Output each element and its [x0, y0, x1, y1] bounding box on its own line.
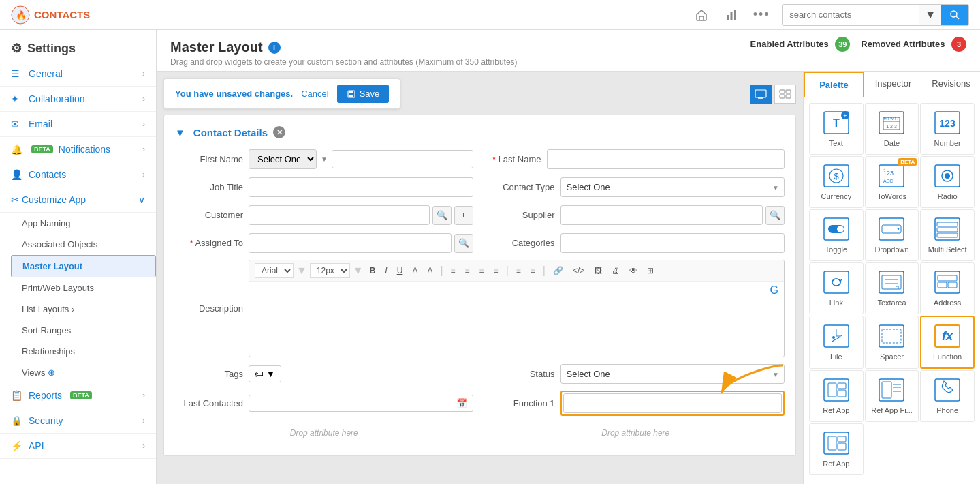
tab-revisions[interactable]: Revisions	[922, 72, 980, 97]
customer-search-btn[interactable]: 🔍	[432, 206, 452, 225]
contact-type-select[interactable]: Select One	[560, 177, 785, 197]
tab-palette[interactable]: Palette	[804, 72, 864, 97]
refapp2-icon	[823, 431, 850, 455]
svg-rect-45	[937, 228, 958, 232]
chart-icon[interactable]	[719, 3, 744, 27]
sidebar-item-notifications[interactable]: 🔔 BETA Notifications ›	[0, 137, 156, 162]
tags-dropdown-arrow[interactable]: ▼	[266, 369, 275, 379]
supplier-input[interactable]	[560, 205, 763, 225]
palette-item-address[interactable]: Address	[920, 262, 975, 314]
palette-item-dropdown[interactable]: Dropdown	[865, 209, 919, 261]
customer-add-btn[interactable]: +	[454, 206, 473, 225]
palette-item-toggle[interactable]: Toggle	[809, 209, 864, 261]
section-close-btn[interactable]: ✕	[273, 126, 285, 138]
image-btn[interactable]: 🖼	[590, 264, 605, 277]
supplier-search-btn[interactable]: 🔍	[765, 206, 785, 225]
palette-item-text[interactable]: T+ Text	[809, 103, 864, 155]
palette-item-refapp[interactable]: Ref App	[809, 370, 864, 422]
cancel-button[interactable]: Cancel	[301, 89, 328, 99]
palette-item-date[interactable]: 1 2 3M T W T F Date	[865, 103, 919, 155]
sidebar-sub-views[interactable]: Views ⊕	[11, 362, 156, 383]
assigned-to-input[interactable]	[249, 233, 452, 253]
app-logo[interactable]: 🔥 CONTACTS	[11, 5, 90, 25]
categories-input[interactable]	[560, 233, 785, 253]
code-btn[interactable]: </>	[569, 264, 588, 277]
grid-view-btn[interactable]	[774, 85, 796, 104]
sidebar-item-email[interactable]: ✉ Email ›	[0, 112, 156, 137]
sidebar-item-security[interactable]: 🔒 Security ›	[0, 408, 156, 434]
calendar-icon[interactable]: 📅	[456, 398, 467, 408]
font-size-select[interactable]: 12px	[310, 263, 350, 278]
italic-btn[interactable]: I	[381, 264, 390, 277]
tags-field[interactable]: 🏷 ▼	[249, 365, 281, 382]
customer-input[interactable]	[249, 205, 430, 225]
font-family-select[interactable]: Arial	[255, 263, 294, 278]
sidebar-item-collaboration[interactable]: ✦ Collaboration ›	[0, 87, 156, 112]
table-btn[interactable]: ⊞	[644, 264, 657, 277]
sidebar-sub-print-web[interactable]: Print/Web Layouts	[11, 277, 156, 299]
link-insert-btn[interactable]: 🔗	[550, 264, 567, 277]
svg-rect-12	[780, 90, 785, 93]
sidebar-sub-master-layout[interactable]: Master Layout	[11, 255, 156, 277]
palette-item-currency[interactable]: $ Currency	[809, 156, 864, 208]
sidebar-sub-sort-ranges[interactable]: Sort Ranges	[11, 320, 156, 341]
more-icon[interactable]: •••	[749, 3, 774, 27]
align-center-btn[interactable]: ≡	[462, 264, 473, 277]
bold-btn[interactable]: B	[366, 264, 379, 277]
svg-text:+: +	[843, 112, 847, 119]
palette-item-radio[interactable]: Radio	[920, 156, 975, 208]
last-name-input[interactable]	[547, 149, 785, 169]
palette-item-textarea[interactable]: Textarea	[865, 262, 919, 314]
last-contacted-input[interactable]	[255, 398, 454, 408]
sidebar-item-contacts[interactable]: 👤 Contacts ›	[0, 162, 156, 187]
print-btn[interactable]: 🖨	[608, 264, 623, 277]
palette-item-multiselect[interactable]: Multi Select	[920, 209, 975, 261]
section-collapse-btn[interactable]: ▼	[175, 127, 185, 138]
ordered-list-btn[interactable]: ≡	[527, 264, 539, 277]
assigned-to-search-btn[interactable]: 🔍	[454, 234, 473, 253]
sidebar-item-customize[interactable]: ✂ Customize App ∨	[0, 187, 156, 213]
home-icon[interactable]	[689, 3, 714, 27]
search-submit-btn[interactable]	[941, 5, 968, 25]
palette-item-phone[interactable]: Phone	[920, 370, 975, 422]
search-dropdown-btn[interactable]: ▼	[919, 5, 941, 25]
sidebar-item-general[interactable]: ☰ General ›	[0, 61, 156, 87]
save-button[interactable]: Save	[337, 85, 390, 103]
underline-btn[interactable]: U	[394, 264, 407, 277]
palette-item-towords[interactable]: BETA 123→ABC ToWords	[865, 156, 919, 208]
palette-item-refapp2[interactable]: Ref App	[809, 423, 864, 475]
first-name-prefix-select[interactable]: Select One	[249, 149, 317, 169]
description-textarea[interactable]	[249, 299, 784, 354]
sidebar-item-api[interactable]: ⚡ API ›	[0, 434, 156, 459]
align-left-btn[interactable]: ≡	[447, 264, 459, 277]
view-btn-desc[interactable]: 👁	[626, 264, 641, 277]
prefix-dropdown-arrow[interactable]: ▼	[321, 155, 328, 163]
list-btn[interactable]: ≡	[513, 264, 524, 277]
palette-item-link[interactable]: Link	[809, 262, 864, 314]
sidebar-sub-list-layouts[interactable]: List Layouts ›	[11, 299, 156, 320]
first-name-input[interactable]	[332, 150, 473, 168]
search-input[interactable]	[783, 5, 919, 24]
grammarly-btn[interactable]: G	[770, 284, 778, 297]
align-right-btn[interactable]: ≡	[476, 264, 488, 277]
info-icon[interactable]: i	[268, 42, 281, 54]
font-color-btn[interactable]: A	[409, 264, 421, 277]
align-justify-btn[interactable]: ≡	[490, 264, 502, 277]
status-select[interactable]: Select One	[560, 364, 785, 384]
sidebar-item-reports[interactable]: 📋 Reports BETA ›	[0, 383, 156, 408]
tags-label: Tags	[175, 369, 243, 379]
desktop-view-btn[interactable]	[750, 85, 772, 104]
palette-item-spacer[interactable]: Spacer	[865, 316, 919, 369]
highlight-btn[interactable]: A	[424, 264, 436, 277]
function1-input[interactable]	[563, 393, 783, 413]
sidebar-sub-associated-objects[interactable]: Associated Objects	[11, 234, 156, 255]
job-title-input[interactable]	[249, 177, 473, 197]
palette-item-file[interactable]: File	[809, 316, 864, 369]
palette-item-refappfi[interactable]: Ref App Fi...	[865, 370, 919, 422]
sidebar-sub-relationships[interactable]: Relationships	[11, 341, 156, 362]
palette-item-function[interactable]: fx Function	[920, 316, 975, 369]
desc-footer: G	[249, 282, 784, 299]
sidebar-sub-app-naming[interactable]: App Naming	[11, 213, 156, 234]
palette-item-number[interactable]: 123 Number	[920, 103, 975, 155]
tab-inspector[interactable]: Inspector	[864, 72, 922, 97]
